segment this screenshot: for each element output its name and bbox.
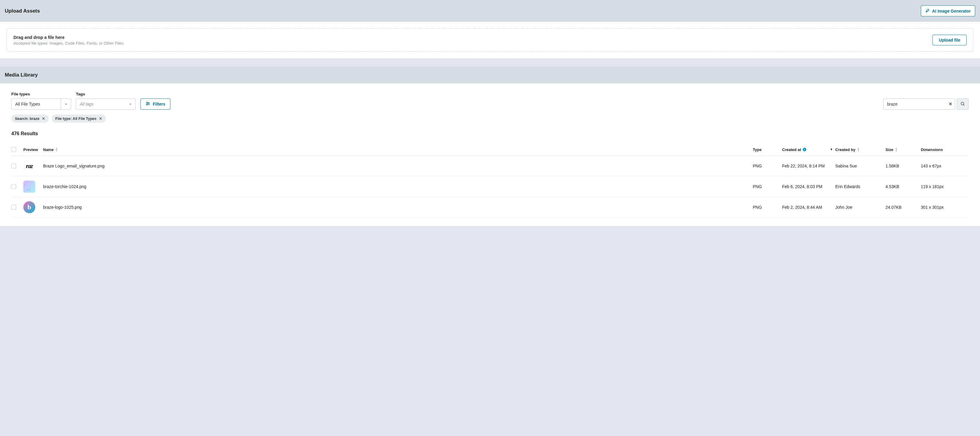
search-input[interactable]	[883, 102, 946, 107]
upload-header: Upload Assets AI Image Generator	[0, 0, 980, 22]
select-all-checkbox[interactable]	[11, 147, 16, 152]
th-dimensions: Dimensions	[921, 148, 969, 152]
preview-thumbnail: raz	[23, 160, 35, 172]
svg-point-6	[961, 102, 964, 105]
upload-file-button[interactable]: Upload file	[932, 35, 967, 45]
row-checkbox[interactable]	[11, 164, 16, 169]
search-wrap: ✕	[883, 99, 969, 110]
th-size[interactable]: Size ▲▼	[886, 147, 918, 152]
dropzone-title: Drag and drop a file here	[13, 35, 124, 40]
media-library-body: File types All File Types Tags All tags	[0, 83, 980, 226]
preview-thumbnail	[23, 181, 35, 193]
close-icon[interactable]: ✕	[99, 116, 102, 121]
row-name: braze-logo-1025.png	[43, 205, 750, 210]
sliders-icon	[146, 101, 150, 107]
chip-search: Search: braze ✕	[11, 115, 49, 123]
search-icon	[960, 101, 965, 107]
row-size: 1.58KB	[886, 164, 918, 169]
filters-button-label: Filters	[153, 102, 165, 107]
row-checkbox[interactable]	[11, 205, 16, 210]
th-name[interactable]: Name ▲▼	[43, 147, 750, 152]
row-created-at: Feb 6, 2024, 8:03 PM	[782, 184, 833, 189]
section-gap	[0, 58, 980, 67]
row-name: braze-torchie-1024.png	[43, 184, 750, 189]
th-created-at[interactable]: Created at i ▼	[782, 148, 833, 152]
chevron-down-icon	[61, 99, 71, 110]
row-preview-cell: raz	[23, 160, 41, 172]
th-created-by[interactable]: Created by ▲▼	[835, 147, 883, 152]
filters-button[interactable]: Filters	[140, 99, 170, 110]
row-created-by: John Joe	[835, 205, 883, 210]
tags-placeholder: All tags	[76, 102, 125, 107]
chevron-down-icon	[125, 102, 135, 106]
media-table: Preview Name ▲▼ Type Created at i ▼ Crea…	[11, 147, 969, 218]
th-checkbox	[11, 147, 21, 152]
ai-image-generator-button[interactable]: AI Image Generator	[921, 5, 975, 16]
close-icon[interactable]: ✕	[42, 116, 45, 121]
search-box: ✕	[883, 99, 955, 110]
chip-label: File type: All File Types	[55, 117, 97, 121]
row-type: PNG	[753, 205, 780, 210]
chip-label: Search: braze	[15, 117, 40, 121]
upload-panel: Drag and drop a file here Accepted file …	[0, 22, 980, 58]
row-dimensions: 143 x 67px	[921, 164, 969, 169]
media-library-header: Media Library	[0, 67, 980, 83]
row-size: 24.07KB	[886, 205, 918, 210]
row-preview-cell	[23, 181, 41, 193]
row-type: PNG	[753, 164, 780, 169]
row-name: Braze Logo_email_signature.png	[43, 164, 750, 169]
filetypes-select[interactable]: All File Types	[11, 99, 71, 110]
media-library-title: Media Library	[5, 72, 38, 78]
filter-chips: Search: braze ✕ File type: All File Type…	[11, 115, 969, 123]
tags-label: Tags	[76, 92, 136, 96]
results-count: 476 Results	[11, 131, 969, 136]
tags-select[interactable]: All tags	[76, 99, 136, 110]
chip-filetype: File type: All File Types ✕	[52, 115, 106, 123]
table-row[interactable]: b braze-logo-1025.png PNG Feb 2, 2024, 8…	[11, 197, 969, 218]
filter-row: File types All File Types Tags All tags	[11, 92, 969, 110]
table-row[interactable]: braze-torchie-1024.png PNG Feb 6, 2024, …	[11, 177, 969, 197]
svg-point-3	[148, 103, 149, 104]
table-body: raz Braze Logo_email_signature.png PNG F…	[11, 156, 969, 218]
row-dimensions: 301 x 301px	[921, 205, 969, 210]
ai-button-label: AI Image Generator	[932, 9, 971, 13]
filetypes-filter-group: File types All File Types	[11, 92, 71, 110]
svg-line-7	[964, 105, 964, 105]
upload-title: Upload Assets	[5, 8, 40, 14]
row-created-by: Sabina Sue	[835, 164, 883, 169]
sort-icon: ▲▼	[857, 147, 860, 152]
row-checkbox-cell	[11, 184, 21, 189]
sort-icon: ▲▼	[55, 147, 58, 152]
row-created-by: Erin Edwards	[835, 184, 883, 189]
dropzone-subtitle: Accepted file types: Images, Code Files,…	[13, 41, 124, 45]
svg-point-5	[146, 104, 147, 105]
search-button[interactable]	[957, 99, 969, 110]
row-type: PNG	[753, 184, 780, 189]
row-dimensions: 119 x 181px	[921, 184, 969, 189]
tags-filter-group: Tags All tags	[76, 92, 136, 110]
row-checkbox-cell	[11, 164, 21, 169]
sort-desc-icon: ▼	[830, 148, 833, 151]
th-type: Type	[753, 148, 780, 152]
row-created-at: Feb 22, 2024, 8:14 PM	[782, 164, 833, 169]
dropzone[interactable]: Drag and drop a file here Accepted file …	[6, 29, 974, 52]
th-preview: Preview	[23, 148, 41, 152]
row-created-at: Feb 2, 2024, 8:44 AM	[782, 205, 833, 210]
row-size: 4.53KB	[886, 184, 918, 189]
dropzone-text: Drag and drop a file here Accepted file …	[13, 35, 124, 45]
svg-point-1	[147, 102, 148, 103]
clear-icon[interactable]: ✕	[946, 101, 955, 107]
preview-thumbnail: b	[23, 201, 35, 213]
info-icon[interactable]: i	[803, 148, 806, 151]
magic-wand-icon	[925, 8, 930, 14]
row-checkbox[interactable]	[11, 184, 16, 189]
table-header: Preview Name ▲▼ Type Created at i ▼ Crea…	[11, 147, 969, 156]
row-preview-cell: b	[23, 201, 41, 213]
sort-icon: ▲▼	[895, 147, 898, 152]
row-checkbox-cell	[11, 205, 21, 210]
table-row[interactable]: raz Braze Logo_email_signature.png PNG F…	[11, 156, 969, 177]
filetypes-label: File types	[11, 92, 71, 96]
filetypes-value: All File Types	[12, 102, 61, 107]
